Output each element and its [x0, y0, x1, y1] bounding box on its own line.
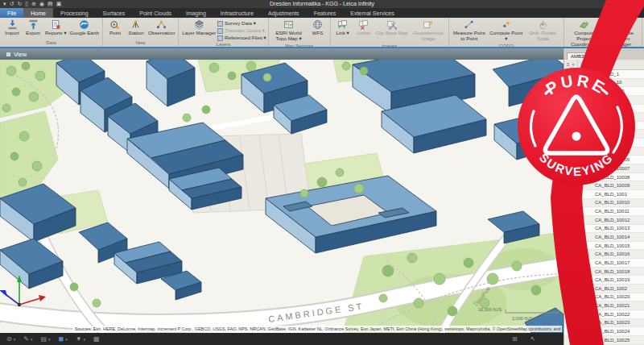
- table-row[interactable]: 2013CA_BLD_10018: [564, 268, 644, 276]
- table-row[interactable]: 2013CA_BLD_10024: [564, 327, 644, 336]
- table-row[interactable]: 2013CA_BLD_10023: [564, 319, 644, 328]
- observation-button[interactable]: Observation: [147, 19, 176, 37]
- wfs-label: WFS: [312, 31, 324, 36]
- cell-year: 2013: [564, 166, 595, 171]
- table-row[interactable]: 2013CA_BLD_10: [564, 79, 644, 88]
- column-sort-control[interactable]: ≡ ▼: [564, 60, 578, 69]
- map-canvas[interactable]: CAMBRIDGE ST Donahue 10,000 ftUS 2,000 f…: [0, 60, 564, 333]
- column-filter-control[interactable]: Y: [578, 60, 587, 69]
- menu-tab-surfaces[interactable]: Surfaces: [96, 8, 133, 18]
- sketch-pen-icon[interactable]: ✎▾: [23, 333, 32, 345]
- table-row[interactable]: 2013CA_BLD_10009: [564, 181, 644, 190]
- point-button[interactable]: Point: [105, 19, 126, 37]
- unlink-button[interactable]: Unlink: [353, 19, 374, 37]
- table-row[interactable]: 2013CA_BLD_1000: [564, 96, 644, 105]
- table-row[interactable]: 2013CA_BLD_10019: [564, 276, 644, 285]
- menu-tab-file[interactable]: File: [0, 8, 23, 18]
- table-row[interactable]: 2013CA_BLD_10006: [564, 156, 644, 164]
- cell-building-id: CA_BLD_10008: [595, 175, 644, 180]
- ribbon-group-label-new: New: [105, 39, 176, 47]
- station-button[interactable]: Station: [126, 19, 147, 37]
- measure-point-to-point-label: Measure Point to Point: [452, 31, 486, 42]
- new-view-icon[interactable]: ⊞: [512, 333, 518, 345]
- table-row[interactable]: 2013CA_BLD_10007: [564, 164, 644, 173]
- wfs-button[interactable]: WFS: [308, 19, 328, 37]
- clip-base-map-button[interactable]: Clip Base Map: [374, 19, 410, 37]
- menu-tab-infrastructure[interactable]: Infrastructure: [213, 8, 261, 18]
- table-row[interactable]: 2013CA_BLD_1001: [564, 190, 644, 199]
- import-button[interactable]: Import: [2, 19, 23, 37]
- table-row[interactable]: 2013CA_BLD_10021: [564, 301, 644, 310]
- table-row[interactable]: 2013CA_BLD_10012: [564, 216, 644, 225]
- cell-year: 2013: [564, 72, 595, 77]
- coordinate-system-manager-label: Coordinate System Manager: [605, 31, 638, 47]
- view-tab-strip[interactable]: View: [0, 48, 564, 60]
- table-row[interactable]: 2013CA_BLD_10013: [564, 225, 644, 234]
- filter-icon[interactable]: ▼▾: [76, 333, 85, 345]
- table-row[interactable]: 2013CA_BLD_10000: [564, 105, 644, 114]
- export-button[interactable]: Export: [23, 19, 43, 37]
- georeference-image-button[interactable]: Georeference Image: [410, 19, 447, 43]
- cell-year: 2013: [564, 260, 595, 265]
- table-row[interactable]: 2013CA_BLD_10014: [564, 233, 644, 242]
- select-circle-icon[interactable]: ⊘▾: [6, 333, 15, 345]
- referenced-files-icon: [217, 35, 223, 41]
- table-row[interactable]: 2013CA_BLD_10017: [564, 259, 644, 268]
- cell-year: 2013: [564, 183, 595, 188]
- table-row[interactable]: 2013CA_BLD_1: [564, 70, 644, 79]
- cell-building-id: CA_BLD_10020: [595, 294, 644, 299]
- table-row[interactable]: 2013CA_BLD_10003: [564, 130, 644, 139]
- menu-tab-external-services[interactable]: External Services: [343, 8, 401, 18]
- cell-year: 2013: [564, 98, 595, 102]
- layer-visibility-icon[interactable]: ◼▾: [59, 333, 68, 345]
- table-row[interactable]: 2013CA_BLD_10010: [564, 199, 644, 208]
- thematic-codes-dropdown[interactable]: Thematic Codes ▾: [217, 27, 266, 34]
- google-earth-button[interactable]: Google Earth: [68, 19, 101, 37]
- esri-world-topo-map-button[interactable]: ESRI World Topo Map ▾: [270, 19, 308, 43]
- survey-data-dropdown[interactable]: Survey Data ▾: [217, 20, 266, 27]
- reports-button[interactable]: Reports ▾: [43, 19, 68, 37]
- shift-rotate-scale-button[interactable]: Shift, Rotate, Scale: [525, 19, 562, 43]
- table-row[interactable]: 2013CA_BLD_10004: [564, 139, 644, 148]
- referenced-files-dropdown[interactable]: Referenced Files ▾: [217, 35, 266, 41]
- layer-manager-button[interactable]: Layer Manager: [180, 19, 217, 37]
- cell-building-id: CA_BLD_10004: [595, 140, 644, 145]
- cell-building-id: CA_BLD_10018: [595, 269, 644, 274]
- pointer-icon[interactable]: ↖: [530, 333, 536, 345]
- window-title: Dresden Informatika - KGG - Leica Infini…: [0, 0, 644, 8]
- table-row[interactable]: 2013CA_BLD_10025: [564, 336, 644, 345]
- table-row[interactable]: 2013CA_BLD_1002: [564, 285, 644, 293]
- compute-point-button[interactable]: Compute Point ▾: [488, 19, 525, 43]
- table-row[interactable]: 2013CA_BLD_10020: [564, 293, 644, 302]
- cell-year: 2013: [564, 269, 595, 274]
- grid-icon[interactable]: ▦: [93, 333, 100, 345]
- unlink-label: Unlink: [357, 31, 370, 36]
- compute-project-coordinates-button[interactable]: Compute Project Coordinates: [566, 19, 603, 48]
- menu-tab-adjustments[interactable]: Adjustments: [261, 8, 307, 18]
- map-view[interactable]: CAMBRIDGE ST Donahue 10,000 ftUS 2,000 f…: [0, 60, 564, 333]
- attribute-table[interactable]: 2013CA_BLD_12013CA_BLD_102013CA_BLD_1002…: [564, 70, 644, 345]
- menu-tab-home[interactable]: Home: [23, 8, 53, 18]
- menu-tab-processing[interactable]: Processing: [53, 8, 96, 18]
- table-row[interactable]: 2013CA_BLD_10016: [564, 250, 644, 259]
- cell-building-id: CA_BLD_1002: [595, 286, 644, 291]
- table-row[interactable]: 2013CA_BLD_10011: [564, 207, 644, 216]
- panel-tab-amb3d[interactable]: AMB3D_Cityw: [567, 52, 606, 60]
- cell-building-id: CA_BLD_10001: [595, 114, 644, 119]
- measure-point-to-point-button[interactable]: Measure Point to Point: [451, 19, 488, 43]
- table-row[interactable]: 2013CA_BLD_100: [564, 87, 644, 96]
- table-row[interactable]: 2013CA_BLD_10005: [564, 148, 644, 156]
- table-row[interactable]: 2013CA_BLD_10002: [564, 122, 644, 131]
- table-row[interactable]: 2013CA_BLD_10022: [564, 310, 644, 319]
- table-row[interactable]: 2013CA_BLD_10015: [564, 242, 644, 251]
- table-row[interactable]: 2013CA_BLD_10001: [564, 113, 644, 122]
- menu-tab-features[interactable]: Features: [307, 8, 344, 18]
- menu-tab-point-clouds[interactable]: Point Clouds: [132, 8, 179, 18]
- link-button[interactable]: Link ▾: [332, 19, 353, 37]
- table-row[interactable]: 2013CA_BLD_10008: [564, 173, 644, 182]
- filter-label: Y: [580, 62, 584, 67]
- menu-tab-imaging[interactable]: Imaging: [179, 8, 213, 18]
- snap-settings-icon[interactable]: ▤▾: [40, 333, 50, 345]
- coordinate-system-manager-button[interactable]: Coordinate System Manager: [603, 19, 640, 48]
- layer-manager-label: Layer Manager: [182, 31, 216, 36]
